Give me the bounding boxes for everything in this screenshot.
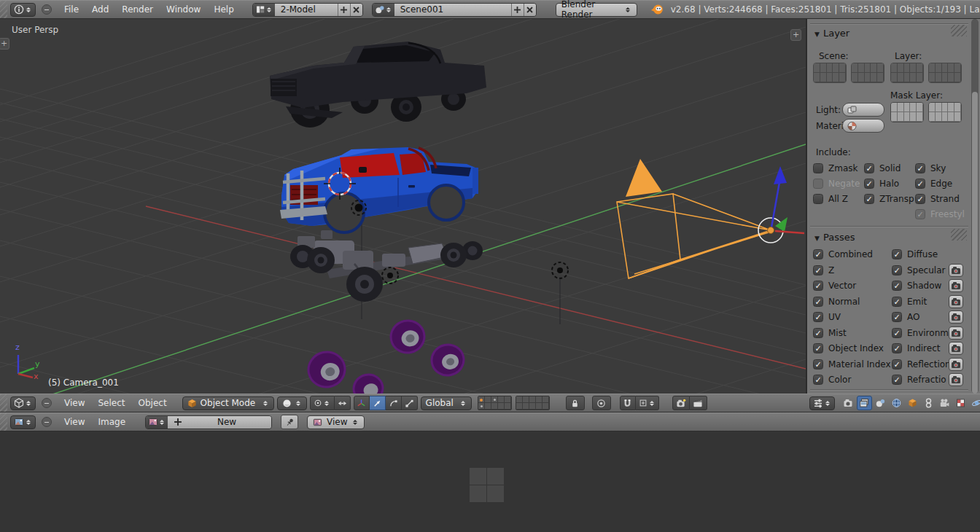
checkbox-vector[interactable]: ✓ <box>813 281 823 291</box>
layer-toggle-cell[interactable] <box>852 73 858 82</box>
snap-element-dropdown[interactable] <box>636 396 659 410</box>
purple-wheels-object[interactable] <box>306 318 467 394</box>
layer-toggle-cell[interactable] <box>839 63 846 73</box>
layer-toggle-cell[interactable] <box>942 103 949 112</box>
checkbox-mist[interactable]: ✓ <box>813 328 823 338</box>
layer-toggle-cell[interactable] <box>542 396 549 403</box>
layer-toggle-cell[interactable] <box>865 63 871 73</box>
panel-scrollbar[interactable] <box>971 19 979 394</box>
layer-toggle-cell[interactable] <box>898 63 904 73</box>
menu-image[interactable]: Image <box>91 417 132 427</box>
layer-toggle-cell[interactable] <box>936 63 942 73</box>
layer-toggle-cell[interactable] <box>485 403 491 410</box>
collapse-menus-button[interactable] <box>42 417 52 427</box>
pass-exclude-toggle-environm[interactable] <box>949 326 963 340</box>
layer-toggle-cell[interactable] <box>904 112 911 122</box>
header-grip[interactable] <box>0 1 7 18</box>
screen-layout-name[interactable]: 2-Model <box>275 4 338 16</box>
layer-toggle-cell[interactable] <box>865 73 871 82</box>
layer-toggle-cell[interactable] <box>536 403 542 410</box>
layer-toggle-cell[interactable] <box>910 63 917 73</box>
delete-layout-button[interactable] <box>350 4 362 16</box>
editor-type-view3d-button[interactable] <box>10 396 36 410</box>
layer-toggle-cell[interactable] <box>954 73 961 82</box>
blue-truck-object[interactable] <box>280 147 478 232</box>
checkbox-halo[interactable]: ✓ <box>864 179 874 189</box>
checkbox-strand[interactable]: ✓ <box>915 194 925 204</box>
layer-toggle-cell[interactable] <box>516 403 523 410</box>
layer-toggle-cell[interactable] <box>917 63 923 73</box>
layer-toggle-cell[interactable] <box>529 396 536 403</box>
layer-toggle-cell[interactable] <box>942 73 949 82</box>
layer-toggle-cell[interactable] <box>858 63 865 73</box>
checkbox-ztransp[interactable]: ✓ <box>864 194 874 204</box>
scale-manipulator-button[interactable] <box>402 396 418 410</box>
properties-tab-render[interactable] <box>841 396 856 410</box>
pivot-point-dropdown[interactable] <box>310 396 335 410</box>
layer-toggle-cell[interactable] <box>891 63 898 73</box>
layer-toggle-cell[interactable] <box>523 403 529 410</box>
transform-orientation-dropdown[interactable]: Global <box>421 396 472 410</box>
empty-object[interactable] <box>552 262 568 278</box>
menu-render[interactable]: Render <box>115 4 160 15</box>
header-grip[interactable] <box>0 413 7 431</box>
manipulator-x-arrow[interactable] <box>775 231 804 233</box>
layer-toggle-cell[interactable] <box>814 73 820 82</box>
image-view-dropdown[interactable]: View <box>307 415 364 429</box>
checkbox-z[interactable]: ✓ <box>813 265 823 275</box>
layer-toggle-cell[interactable] <box>917 103 923 112</box>
layer-panel-header[interactable]: ▼Layer <box>814 28 849 39</box>
panel-drag-grip[interactable] <box>951 25 967 36</box>
layer-toggle-cell[interactable] <box>814 63 820 73</box>
layer-toggle-cell[interactable] <box>827 73 833 82</box>
image-browse-button[interactable] <box>146 416 168 429</box>
checkbox-environm[interactable]: ✓ <box>892 328 902 338</box>
layer-toggle-cell[interactable] <box>936 73 942 82</box>
layer-toggle-cell[interactable] <box>929 103 936 112</box>
layer-toggle-cell[interactable] <box>910 103 917 112</box>
pass-exclude-toggle-shadow[interactable] <box>949 279 963 292</box>
properties-tab-object[interactable] <box>905 396 920 410</box>
material-override-field[interactable] <box>842 119 884 133</box>
checkbox-solid[interactable]: ✓ <box>864 163 874 173</box>
layer-toggle-cell[interactable] <box>948 103 954 112</box>
checkbox-zmask[interactable] <box>813 163 823 173</box>
3d-viewport[interactable]: User Persp (5) Camera_001 z y x + + <box>0 19 806 394</box>
light-override-field[interactable] <box>842 103 884 117</box>
camera-object[interactable] <box>617 159 771 278</box>
scene-browse-button[interactable] <box>373 4 394 16</box>
opengl-render-image-button[interactable] <box>672 396 690 410</box>
checkbox-object-index[interactable]: ✓ <box>813 343 823 353</box>
header-grip[interactable] <box>0 394 7 412</box>
checkbox-all-z[interactable] <box>813 194 823 204</box>
menu-view[interactable]: View <box>58 417 91 427</box>
checkbox-uv[interactable]: ✓ <box>813 312 823 322</box>
layer-toggle-cell[interactable] <box>954 63 961 73</box>
checkbox-material-index[interactable]: ✓ <box>813 359 823 369</box>
mode-dropdown[interactable]: Object Mode <box>182 396 274 410</box>
checkbox-freestyl[interactable]: ✓ <box>915 209 925 219</box>
checkbox-diffuse[interactable]: ✓ <box>892 249 902 259</box>
checkbox-sky[interactable]: ✓ <box>915 163 925 173</box>
translate-manipulator-button[interactable] <box>370 396 386 410</box>
layer-toggle-cell[interactable] <box>871 73 877 82</box>
screen-layout-browse-button[interactable] <box>253 4 275 16</box>
rotate-manipulator-button[interactable] <box>386 396 402 410</box>
layer-toggle-cell[interactable] <box>929 73 936 82</box>
editor-type-info-button[interactable] <box>10 3 36 17</box>
layer-toggle-cell[interactable] <box>498 396 505 403</box>
checkbox-color[interactable]: ✓ <box>813 375 823 385</box>
layer-toggle-cell[interactable] <box>542 403 549 410</box>
layer-toggle-cell[interactable] <box>910 112 917 122</box>
properties-tab-constraints[interactable] <box>921 396 936 410</box>
layer-toggle-cell[interactable] <box>929 112 936 122</box>
layer-toggle-cell[interactable] <box>891 112 898 122</box>
layer-toggle-cell[interactable] <box>833 63 839 73</box>
checkbox-edge[interactable]: ✓ <box>915 179 925 189</box>
properties-region-handle[interactable]: + <box>790 29 801 41</box>
layer-toggle-cell[interactable] <box>910 73 917 82</box>
proportional-edit-button[interactable] <box>592 396 611 410</box>
pass-exclude-toggle-refractio[interactable] <box>949 373 963 386</box>
checkbox-emit[interactable]: ✓ <box>892 297 902 307</box>
editor-type-image-button[interactable] <box>10 415 36 429</box>
